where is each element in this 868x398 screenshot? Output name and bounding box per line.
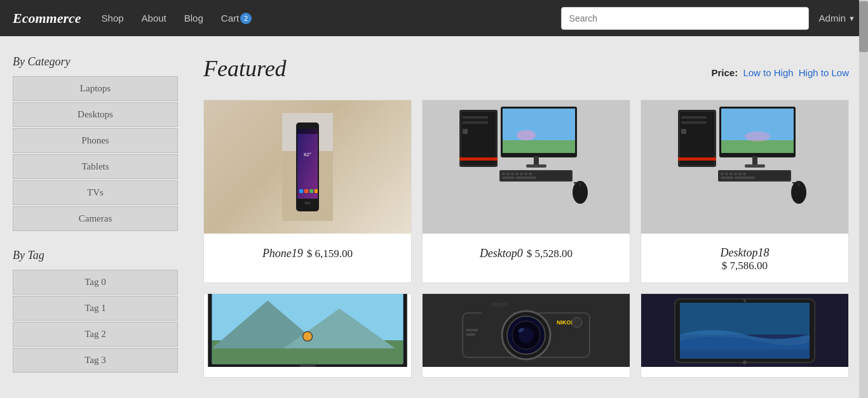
svg-rect-55 [725, 173, 728, 175]
svg-rect-72 [299, 364, 315, 367]
svg-rect-33 [529, 173, 532, 175]
nav-about[interactable]: About [134, 8, 174, 29]
tag-list: Tag 0 Tag 1 Tag 2 Tag 3 [13, 270, 178, 373]
svg-rect-77 [491, 303, 507, 307]
nav-cart[interactable]: Cart 2 [214, 8, 259, 29]
svg-rect-43 [681, 129, 686, 134]
svg-rect-4 [297, 129, 318, 199]
svg-rect-40 [680, 112, 714, 165]
featured-header: Featured Price: Low to High High to Low [203, 55, 849, 82]
navbar: Ecommerce Shop About Blog Cart 2 Admin ▼ [0, 0, 868, 36]
svg-rect-85 [466, 329, 478, 331]
phone-svg: 82° [282, 113, 333, 221]
tv-svg [204, 294, 411, 367]
svg-rect-31 [520, 173, 523, 175]
admin-menu[interactable]: Admin ▼ [819, 13, 855, 23]
phone-image: 82° [204, 100, 411, 234]
sidebar-item-desktops[interactable]: Desktops [13, 102, 178, 127]
svg-rect-14 [463, 116, 488, 119]
svg-rect-48 [721, 140, 794, 153]
sidebar-item-tag1[interactable]: Tag 1 [13, 296, 178, 321]
nav-links: Shop About Blog Cart 2 [94, 8, 260, 29]
tag-section-title: By Tag [13, 249, 178, 262]
product-price: $ 6,159.00 [307, 248, 353, 260]
product-card-camera[interactable]: NIKON [422, 293, 630, 378]
search-input[interactable] [561, 7, 809, 30]
svg-rect-17 [459, 157, 498, 161]
svg-rect-76 [482, 305, 513, 315]
product-image-tablet [641, 294, 848, 367]
nav-blog[interactable]: Blog [177, 8, 211, 29]
product-card-tv[interactable] [203, 293, 412, 378]
sidebar: By Category Laptops Desktops Phones Tabl… [0, 36, 191, 398]
desktop-svg-0 [456, 103, 596, 230]
svg-rect-32 [524, 173, 527, 175]
svg-rect-59 [743, 173, 746, 175]
svg-rect-30 [515, 173, 519, 175]
svg-rect-51 [745, 164, 765, 168]
desktop18-image [641, 100, 848, 234]
sidebar-item-laptops[interactable]: Laptops [13, 76, 178, 101]
sort-high-to-low[interactable]: High to Low [799, 67, 849, 78]
svg-point-71 [302, 331, 312, 341]
sort-low-to-high[interactable]: Low to High [743, 67, 793, 78]
sidebar-item-tag2[interactable]: Tag 2 [13, 322, 178, 347]
svg-rect-7 [299, 189, 303, 193]
sidebar-item-tablets[interactable]: Tablets [13, 154, 178, 179]
svg-rect-28 [506, 173, 510, 175]
svg-rect-44 [678, 157, 716, 161]
svg-rect-61 [735, 176, 755, 179]
svg-rect-56 [729, 173, 733, 175]
product-card-desktop18[interactable]: Desktop18 $ 7,586.00 [641, 100, 849, 283]
svg-text:82°: 82° [304, 152, 311, 157]
product-info-desktop0: Desktop0 $ 5,528.00 [473, 241, 579, 260]
svg-rect-60 [721, 176, 733, 179]
svg-rect-24 [526, 164, 546, 168]
svg-point-22 [517, 130, 536, 140]
admin-label: Admin [819, 13, 846, 23]
brand-logo: Ecommerce [13, 10, 81, 27]
page-container: By Category Laptops Desktops Phones Tabl… [0, 36, 868, 398]
svg-rect-54 [721, 173, 724, 175]
product-info-phone19: Phone19 $ 6,159.00 [256, 241, 359, 260]
product-name: Desktop0 [480, 247, 523, 260]
svg-rect-35 [516, 176, 536, 179]
featured-title: Featured [203, 55, 287, 82]
svg-rect-21 [503, 140, 575, 153]
price-sort: Price: Low to High High to Low [712, 67, 849, 78]
desktop-svg-18 [675, 103, 815, 230]
product-image-tv [204, 294, 411, 367]
sidebar-item-tvs[interactable]: TVs [13, 180, 178, 205]
product-card-tablet[interactable] [641, 293, 849, 378]
category-section-title: By Category [13, 55, 178, 69]
svg-rect-27 [502, 173, 505, 175]
price-label: Price: [712, 67, 738, 78]
svg-point-49 [745, 131, 770, 142]
sidebar-item-cameras[interactable]: Cameras [13, 206, 178, 231]
svg-rect-29 [511, 173, 514, 175]
product-image-desktop0 [423, 100, 630, 234]
svg-rect-16 [463, 129, 468, 134]
sidebar-item-phones[interactable]: Phones [13, 128, 178, 153]
scrollbar[interactable] [859, 0, 868, 398]
svg-rect-8 [304, 189, 308, 193]
sidebar-item-tag0[interactable]: Tag 0 [13, 270, 178, 295]
tablet-svg [641, 294, 848, 367]
svg-rect-42 [681, 121, 707, 124]
product-card-desktop0[interactable]: Desktop0 $ 5,528.00 [422, 100, 630, 283]
scrollbar-thumb[interactable] [859, 1, 868, 52]
svg-point-93 [743, 300, 746, 302]
product-card-phone19[interactable]: 82° Phone19 $ 6,159.0 [203, 100, 412, 283]
svg-rect-9 [309, 189, 313, 193]
nav-shop[interactable]: Shop [94, 8, 132, 29]
product-price: $ 7,586.00 [722, 260, 768, 272]
svg-rect-58 [738, 173, 742, 175]
svg-rect-34 [502, 176, 515, 179]
product-image-desktop18 [641, 100, 848, 234]
camera-svg: NIKON [423, 294, 630, 367]
svg-rect-20 [503, 109, 575, 140]
svg-rect-13 [461, 112, 496, 165]
svg-rect-23 [534, 156, 539, 166]
svg-point-92 [743, 361, 747, 364]
sidebar-item-tag3[interactable]: Tag 3 [13, 348, 178, 373]
